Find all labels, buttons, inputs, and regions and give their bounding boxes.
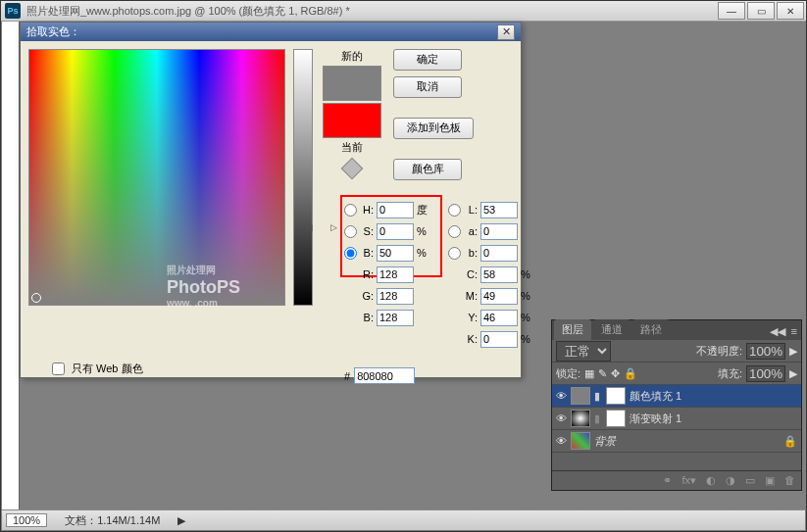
r-input[interactable]	[377, 266, 414, 283]
dialog-titlebar[interactable]: 拾取实色： ✕	[21, 23, 521, 41]
visibility-icon[interactable]: 👁	[556, 412, 567, 424]
s-unit: %	[417, 225, 430, 237]
link-icon: ▮	[594, 390, 602, 403]
visibility-icon[interactable]: 👁	[556, 390, 567, 402]
maximize-button[interactable]: ▭	[747, 2, 775, 20]
visibility-icon[interactable]: 👁	[556, 435, 567, 447]
k-unit: %	[521, 333, 534, 345]
layer-fx-icon[interactable]: fx▾	[681, 474, 696, 487]
s-input[interactable]	[377, 223, 414, 240]
color-field[interactable]: 照片处理网 PhotoPS www. .com	[28, 49, 285, 306]
layer-row[interactable]: 👁 背景 🔒	[552, 430, 801, 453]
lab-b-input[interactable]	[480, 245, 518, 262]
blend-mode-select[interactable]: 正常	[556, 341, 611, 362]
lock-brush-icon[interactable]: ✎	[598, 367, 607, 380]
web-only-checkbox[interactable]	[52, 363, 65, 375]
h-input[interactable]	[377, 202, 414, 218]
status-doc: 文档：1.14M/1.14M	[65, 513, 160, 528]
lab-b-label: b:	[464, 247, 478, 259]
k-input[interactable]	[480, 331, 518, 348]
tab-channels[interactable]: 通道	[593, 319, 630, 340]
layer-row[interactable]: 👁 ▮ 渐变映射 1	[552, 408, 801, 430]
lock-move-icon[interactable]: ✥	[611, 367, 620, 380]
g-input[interactable]	[377, 288, 414, 305]
titlebar: Ps 照片处理网_www.photops.com.jpg @ 100% (颜色填…	[1, 1, 806, 22]
s-label: S:	[360, 225, 374, 237]
group-icon[interactable]: ▭	[745, 474, 755, 487]
hex-input[interactable]	[354, 367, 415, 384]
layer-name[interactable]: 背景	[594, 434, 616, 449]
status-menu-icon[interactable]: ▶	[177, 514, 185, 527]
m-label: M:	[464, 290, 478, 302]
hex-label: #	[344, 370, 350, 382]
current-color-swatch[interactable]	[323, 103, 381, 138]
minimize-button[interactable]: —	[718, 2, 745, 20]
color-picker-dialog: 拾取实色： ✕ 照片处理网 PhotoPS www. .com 新的 当前	[20, 22, 522, 378]
fill-input[interactable]	[746, 365, 785, 382]
bc-label: B:	[360, 312, 374, 323]
lock-transparent-icon[interactable]: ▦	[584, 367, 594, 380]
r-label: R:	[360, 268, 374, 280]
c-unit: %	[521, 268, 534, 280]
c-input[interactable]	[480, 266, 518, 283]
s-radio[interactable]	[344, 225, 357, 238]
dialog-close-button[interactable]: ✕	[497, 24, 515, 40]
add-swatch-button[interactable]: 添加到色板	[393, 118, 474, 139]
color-library-button[interactable]: 颜色库	[393, 159, 462, 180]
y-input[interactable]	[480, 310, 518, 326]
layer-row[interactable]: 👁 ▮ 颜色填充 1	[552, 385, 801, 408]
layer-mask[interactable]	[606, 387, 626, 405]
zoom-input[interactable]: 100%	[6, 513, 47, 527]
cancel-button[interactable]: 取消	[393, 76, 462, 98]
close-button[interactable]: ✕	[777, 2, 804, 20]
link-layers-icon[interactable]: ⚭	[663, 474, 672, 487]
layer-mask-icon[interactable]: ◐	[706, 474, 716, 487]
y-unit: %	[521, 312, 534, 323]
l-radio[interactable]	[448, 204, 461, 217]
b-input[interactable]	[377, 245, 414, 262]
a-input[interactable]	[480, 223, 518, 240]
trash-icon[interactable]: 🗑	[784, 474, 795, 487]
window-title: 照片处理网_www.photops.com.jpg @ 100% (颜色填充 1…	[25, 4, 718, 19]
bc-input[interactable]	[377, 310, 414, 326]
lock-label: 锁定:	[556, 366, 580, 381]
a-label: a:	[464, 225, 478, 237]
status-bar: 100% 文档：1.14M/1.14M ▶	[2, 509, 805, 530]
layer-name[interactable]: 颜色填充 1	[630, 389, 681, 404]
opacity-input[interactable]	[746, 343, 785, 360]
m-input[interactable]	[480, 288, 518, 305]
lock-icon: 🔒	[783, 435, 797, 448]
tab-layers[interactable]: 图层	[554, 319, 591, 340]
g-label: G:	[360, 290, 374, 302]
a-radio[interactable]	[448, 225, 461, 238]
b-label: B:	[360, 247, 374, 259]
adjustment-icon[interactable]: ◑	[726, 474, 735, 487]
h-radio[interactable]	[344, 204, 357, 217]
b-unit: %	[417, 247, 430, 259]
panel-collapse-icon[interactable]: ◀◀	[770, 325, 785, 338]
tab-paths[interactable]: 路径	[632, 319, 670, 340]
lock-all-icon[interactable]: 🔒	[624, 367, 637, 380]
layer-thumb[interactable]	[571, 410, 590, 427]
fill-menu-icon[interactable]: ▶	[789, 367, 797, 380]
panel-menu-icon[interactable]: ≡	[791, 325, 797, 338]
opacity-label: 不透明度:	[696, 344, 742, 359]
brightness-slider[interactable]	[293, 49, 313, 306]
layer-mask[interactable]	[606, 410, 626, 427]
layer-thumb[interactable]	[571, 432, 590, 450]
layer-thumb[interactable]	[571, 387, 590, 405]
ok-button[interactable]: 确定	[393, 49, 462, 71]
new-color-swatch[interactable]	[323, 66, 381, 101]
app-icon: Ps	[5, 3, 21, 19]
layer-name[interactable]: 渐变映射 1	[630, 411, 681, 426]
l-input[interactable]	[480, 202, 518, 218]
new-label: 新的	[323, 49, 381, 64]
lab-b-radio[interactable]	[448, 247, 461, 260]
cube-icon[interactable]	[341, 158, 364, 180]
opacity-menu-icon[interactable]: ▶	[789, 345, 797, 358]
b-radio[interactable]	[344, 247, 357, 260]
slider-pointer: ◁ ▷	[306, 222, 337, 232]
new-layer-icon[interactable]: ▣	[765, 474, 775, 487]
ruler-vertical	[2, 22, 20, 509]
h-unit: 度	[417, 203, 430, 218]
